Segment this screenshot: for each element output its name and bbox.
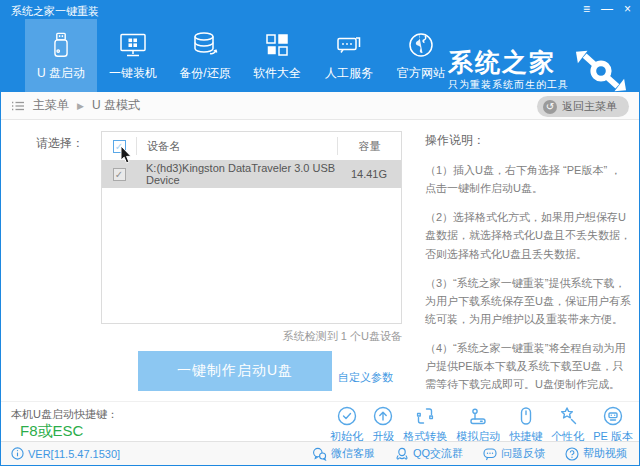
tool-simulate-boot[interactable]: 模拟启动	[456, 405, 500, 444]
table-row[interactable]: ✓ K:(hd3)Kingston DataTraveler 3.0 USB D…	[102, 160, 401, 188]
window-title: 系统之家一键重装	[11, 4, 99, 19]
pe-version-icon	[602, 405, 624, 427]
footer-bar: 本机U盘启动快捷键： F8或ESC 初始化 升级 格式转换	[1, 401, 639, 443]
software-grid-icon	[262, 30, 292, 60]
nav-tab-label: 一键装机	[109, 65, 157, 82]
detect-status-text: 系统检测到 1 个U盘设备	[101, 329, 402, 344]
globe-icon	[406, 30, 436, 60]
tool-personalize[interactable]: 个性化	[551, 405, 584, 444]
hotkey-label: 本机U盘启动快捷键：	[11, 407, 118, 422]
instructions-panel: 操作说明： （1）插入U盘，右下角选择 “PE版本” ，点击一键制作启动U盘。 …	[425, 132, 632, 405]
hotkey-value: F8或ESC	[20, 422, 83, 441]
hotkey-mouse-icon	[515, 405, 537, 427]
capacity-header: 容量	[337, 137, 401, 155]
help-video-link[interactable]: 帮助视频	[565, 446, 627, 461]
statusbar-link-label: QQ交流群	[413, 446, 463, 461]
menu-button[interactable]: ≡	[583, 2, 590, 17]
instructions-title: 操作说明：	[425, 132, 632, 149]
instruction-step: （2）选择格式化方式，如果用户想保存U盘数据，就选择格式化U盘且不丢失数据，否则…	[425, 208, 632, 262]
back-button-label: 返回主菜单	[562, 99, 617, 114]
brand-swoosh-icon	[575, 50, 627, 92]
simulate-boot-icon	[467, 405, 489, 427]
mouse-cursor-icon	[120, 146, 133, 164]
version-text: VER[11.5.47.1530]	[28, 448, 120, 460]
info-icon	[11, 447, 24, 460]
database-restore-icon	[190, 30, 220, 60]
statusbar-link-label: 微信客服	[331, 446, 375, 461]
version-info[interactable]: VER[11.5.47.1530]	[11, 447, 120, 460]
close-button[interactable]: ×	[624, 2, 631, 17]
monitor-windows-icon	[118, 30, 148, 60]
nav-tab-usb-boot[interactable]: U 盘启动	[25, 19, 97, 92]
select-label: 请选择：	[36, 135, 84, 152]
instruction-step: （1）插入U盘，右下角选择 “PE版本” ，点击一键制作启动U盘。	[425, 161, 632, 197]
wechat-icon	[312, 447, 327, 461]
format-convert-icon	[414, 405, 436, 427]
wechat-support-link[interactable]: 微信客服	[312, 446, 375, 461]
qq-icon	[395, 447, 409, 461]
back-arrow-icon: ↺	[543, 100, 557, 114]
make-boot-usb-button[interactable]: 一键制作启动U盘	[138, 351, 332, 391]
usb-drive-icon	[47, 30, 75, 60]
nav-tab-label: U 盘启动	[37, 65, 85, 82]
nav-bar: U 盘启动 一键装机 备份/还原	[1, 19, 639, 92]
device-row-checkbox[interactable]: ✓	[113, 168, 126, 181]
table-header-row: ✓ 设备名 容量	[102, 132, 401, 160]
app-window: 系统之家一键重装 ≡ — × U 盘启动	[0, 0, 640, 466]
statusbar-link-label: 问题反馈	[501, 446, 545, 461]
nav-tab-label: 备份/还原	[179, 65, 230, 82]
nav-tab-label: 人工服务	[325, 65, 373, 82]
minimize-button[interactable]: —	[601, 2, 613, 17]
statusbar-link-label: 帮助视频	[583, 446, 627, 461]
status-bar: VER[11.5.47.1530] 微信客服 QQ交流群	[1, 441, 639, 465]
capacity-cell: 14.41G	[337, 168, 401, 180]
support-chat-icon	[334, 30, 364, 60]
instruction-step: （4）“系统之家一键重装”将全程自动为用户提供PE版本下载及系统下载至U盘，只需…	[425, 339, 632, 393]
brand-tagline: 只为重装系统而生的工具	[448, 78, 569, 92]
brand-title: 系统之家	[448, 49, 569, 75]
qq-group-link[interactable]: QQ交流群	[395, 446, 463, 461]
tool-format-convert[interactable]: 格式转换	[403, 405, 447, 444]
upgrade-arrow-icon	[372, 405, 394, 427]
breadcrumb: 主菜单 ▶ U 盘模式 ↺ 返回主菜单	[1, 92, 639, 120]
nav-tab-backup-restore[interactable]: 备份/还原	[169, 19, 241, 92]
nav-tab-label: 软件大全	[253, 65, 301, 82]
personalize-icon	[557, 405, 579, 427]
nav-tab-live-support[interactable]: 人工服务	[313, 19, 385, 92]
nav-tab-label: 官方网站	[397, 65, 445, 82]
nav-tab-one-click-install[interactable]: 一键装机	[97, 19, 169, 92]
nav-tab-software-collection[interactable]: 软件大全	[241, 19, 313, 92]
breadcrumb-separator-icon: ▶	[77, 101, 84, 111]
tool-pe-version[interactable]: PE 版本	[593, 405, 633, 444]
tool-hotkey[interactable]: 快捷键	[509, 405, 542, 444]
feedback-icon	[483, 447, 497, 461]
tool-upgrade[interactable]: 升级	[372, 405, 394, 444]
init-check-icon	[336, 405, 358, 427]
back-to-main-menu-button[interactable]: ↺ 返回主菜单	[537, 96, 629, 117]
device-name-cell: K:(hd3)Kingston DataTraveler 3.0 USB Dev…	[136, 162, 337, 186]
tool-initialize[interactable]: 初始化	[330, 405, 363, 444]
usb-device-table: ✓ 设备名 容量 ✓ K:(hd3)Kingston DataTraveler …	[101, 131, 402, 324]
breadcrumb-current: U 盘模式	[92, 97, 140, 114]
nav-tab-official-site[interactable]: 官方网站	[385, 19, 457, 92]
menu-list-icon	[11, 99, 25, 113]
device-name-header: 设备名	[136, 137, 337, 155]
titlebar: 系统之家一键重装 ≡ — ×	[1, 1, 639, 19]
custom-params-link[interactable]: 自定义参数	[338, 370, 393, 385]
breadcrumb-root[interactable]: 主菜单	[33, 97, 69, 114]
brand-logo: 系统之家 只为重装系统而生的工具	[448, 49, 627, 92]
instruction-step: （3）“系统之家一键重装”提供系统下载，为用户下载系统保存至U盘，保证用户有系统…	[425, 274, 632, 328]
help-video-icon	[565, 447, 579, 461]
feedback-link[interactable]: 问题反馈	[483, 446, 545, 461]
